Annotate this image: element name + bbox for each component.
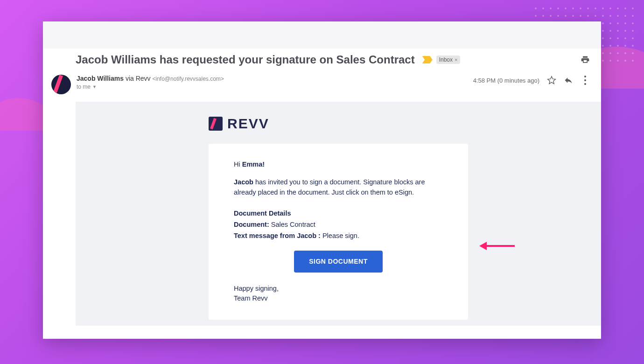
meta-actions: 4:58 PM (0 minutes ago): [473, 75, 590, 86]
doc-label: Document:: [234, 221, 269, 228]
subject-row: Jacob Williams has requested your signat…: [43, 49, 601, 69]
inviter-name: Jacob: [234, 178, 253, 186]
email-body-area: REVV Hi Emma! Jacob has invited you to s…: [76, 102, 601, 326]
sender-address: <info@notify.revvsales.com>: [153, 76, 224, 82]
button-row: SIGN DOCUMENT: [234, 251, 443, 273]
important-marker-icon[interactable]: [422, 56, 433, 63]
print-button[interactable]: [581, 55, 590, 64]
brand-logo: REVV: [209, 116, 601, 132]
print-icon: [581, 55, 590, 64]
recipient-line[interactable]: to me ▼: [77, 84, 473, 90]
annotation-arrow: [479, 242, 515, 250]
email-window: Jacob Williams has requested your signat…: [43, 21, 601, 339]
star-icon: [547, 76, 556, 85]
msg-value: Please sign.: [322, 232, 359, 239]
received-time: 4:58 PM (0 minutes ago): [473, 77, 539, 84]
reply-button[interactable]: [564, 76, 573, 85]
message-row: Text message from Jacob : Please sign.: [234, 231, 443, 241]
sender-details: Jacob Williams via Revv <info@notify.rev…: [77, 75, 473, 90]
dot-icon: [584, 79, 586, 81]
star-button[interactable]: [547, 76, 556, 85]
msg-label-sep: :: [316, 232, 322, 239]
sender-row: Jacob Williams via Revv <info@notify.rev…: [43, 69, 601, 96]
reply-icon: [564, 76, 573, 85]
msg-label-name: Jacob: [297, 232, 316, 239]
greet-name: Emma!: [242, 161, 265, 168]
greet-prefix: Hi: [234, 161, 242, 168]
closing-line-2: Team Revv: [234, 294, 443, 304]
remove-label-icon[interactable]: ×: [455, 57, 457, 63]
closing-line-1: Happy signing,: [234, 284, 443, 294]
greeting-line: Hi Emma!: [234, 160, 443, 170]
label-area: Inbox ×: [422, 56, 461, 64]
msg-label-prefix: Text message from: [234, 232, 297, 239]
inbox-label-chip[interactable]: Inbox ×: [436, 56, 461, 64]
revv-logo-icon: [209, 117, 223, 131]
brand-text: REVV: [227, 116, 269, 132]
sender-line: Jacob Williams via Revv <info@notify.rev…: [77, 75, 473, 82]
more-options-button[interactable]: [581, 75, 590, 86]
chevron-down-icon: ▼: [92, 84, 97, 89]
recipient-text: to me: [77, 84, 91, 90]
arrow-head-icon: [479, 242, 487, 250]
sign-document-button[interactable]: SIGN DOCUMENT: [294, 251, 383, 273]
doc-value: Sales Contract: [269, 221, 315, 228]
dot-icon: [584, 76, 586, 77]
intro-text: has invited you to sign a document. Sign…: [234, 178, 425, 196]
dot-icon: [584, 83, 586, 85]
email-subject: Jacob Williams has requested your signat…: [76, 53, 415, 66]
sender-via: via Revv: [126, 75, 151, 82]
intro-paragraph: Jacob has invited you to sign a document…: [234, 177, 443, 198]
doc-details-heading: Document Details: [234, 209, 443, 219]
email-card: Hi Emma! Jacob has invited you to sign a…: [209, 144, 468, 320]
arrow-shaft: [487, 245, 515, 247]
sender-avatar[interactable]: [51, 75, 71, 94]
sender-name: Jacob Williams: [77, 75, 124, 82]
inbox-label-text: Inbox: [439, 56, 453, 63]
window-topbar: [43, 21, 601, 49]
doc-row: Document: Sales Contract: [234, 220, 443, 230]
